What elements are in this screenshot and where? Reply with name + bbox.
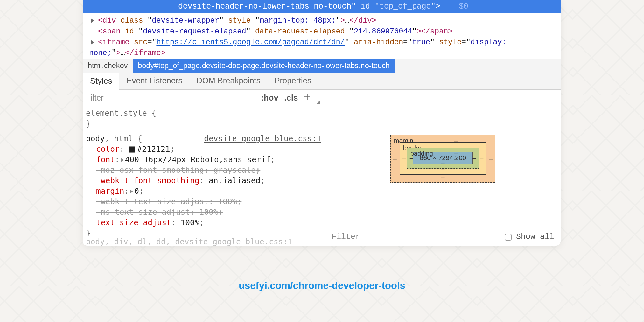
rule-element-style[interactable]: element.style { } [83,106,325,131]
cls-toggle[interactable]: .cls [284,93,298,102]
new-rule-button[interactable]: + [304,94,311,100]
expand-shorthand-icon[interactable] [130,190,133,193]
styles-tabbar: Styles Event Listeners DOM Breakpoints P… [83,73,561,90]
tab-dom-breakpoints[interactable]: DOM Breakpoints [189,73,267,89]
hov-toggle[interactable]: :hov [261,93,278,102]
breadcrumb-body[interactable]: body#top_of_page.devsite-doc-page.devsit… [133,59,395,73]
computed-filter-row: Filter Show all [325,228,561,246]
expand-shorthand-icon[interactable] [121,158,124,162]
styles-filter-row: Filter :hov .cls + [83,90,325,106]
tab-event-listeners[interactable]: Event Listeners [119,73,189,89]
devtools-window: devsite-header-no-lower-tabs no-touch" i… [83,0,561,246]
show-all-checkbox[interactable] [505,234,512,241]
resize-corner-icon[interactable] [316,100,320,104]
dom-selection-indicator: == $0 [440,2,468,11]
dom-tree-panel: devsite-header-no-lower-tabs no-touch" i… [83,0,561,59]
box-label-padding: padding [410,150,433,157]
rule-body-html[interactable]: devsite-google-blue.css:1 body, html { c… [83,131,325,236]
styles-filter-input[interactable]: Filter [86,93,104,102]
color-swatch-icon[interactable] [129,146,135,153]
breadcrumb: html.chekov body#top_of_page.devsite-doc… [83,59,561,73]
dom-selected-text: devsite-header-no-lower-tabs no-touch" i… [178,2,440,11]
box-model-diagram[interactable]: margin – – – – border – – – – padding – [325,90,561,228]
tab-properties[interactable]: Properties [267,73,318,89]
expand-toggle-icon[interactable] [91,18,94,23]
dom-row-span[interactable]: <span id="devsite-request-elapsed" data-… [89,26,554,37]
tab-styles[interactable]: Styles [83,73,119,90]
dom-row-iframe-cont[interactable]: none;">…</iframe> [89,48,554,59]
expand-toggle-icon[interactable] [91,40,94,45]
computed-filter-input[interactable]: Filter [332,232,360,242]
styles-panel: Filter :hov .cls + element.style { } dev… [83,90,325,246]
dom-row-div[interactable]: <div class="devsite-wrapper" style="marg… [89,15,554,26]
caption-link[interactable]: usefyi.com/chrome-developer-tools [0,280,644,291]
computed-panel: margin – – – – border – – – – padding – [325,90,561,246]
rule-peek: body, div, dl, dd, devsite-google-blue.c… [83,236,325,246]
rule-source-link[interactable]: devsite-google-blue.css:1 [204,133,321,144]
dom-selected-row[interactable]: devsite-header-no-lower-tabs no-touch" i… [83,0,561,13]
dom-row-iframe[interactable]: <iframe src="https://clients5.google.com… [89,37,554,48]
show-all-label: Show all [516,232,554,242]
breadcrumb-html[interactable]: html.chekov [83,59,133,73]
